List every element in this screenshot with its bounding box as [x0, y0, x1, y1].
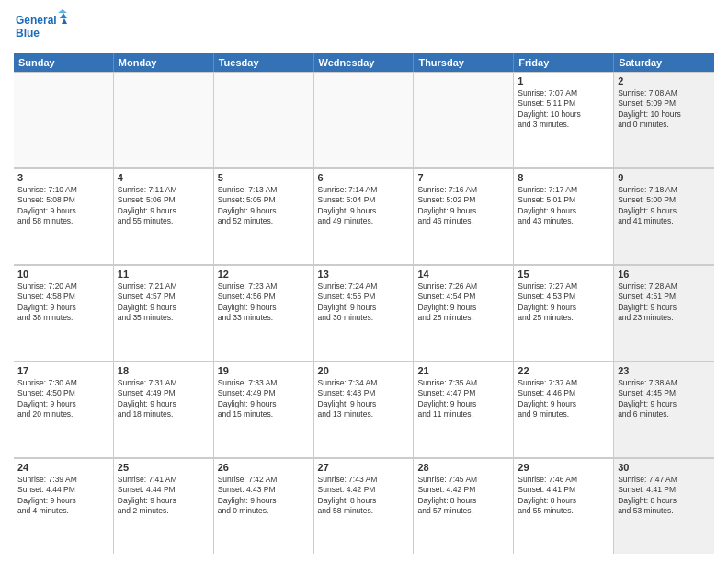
- day-info: Sunrise: 7:16 AMSunset: 5:02 PMDaylight:…: [417, 185, 509, 227]
- day-number: 4: [118, 172, 210, 183]
- day-number: 6: [318, 172, 410, 183]
- day-info: Sunrise: 7:23 AMSunset: 4:56 PMDaylight:…: [218, 282, 310, 324]
- day-number: 9: [618, 172, 711, 183]
- day-29: 29Sunrise: 7:46 AMSunset: 4:41 PMDayligh…: [514, 459, 614, 554]
- day-info: Sunrise: 7:10 AMSunset: 5:08 PMDaylight:…: [17, 185, 109, 227]
- empty-cell-0-0: [14, 73, 114, 167]
- day-number: 25: [118, 462, 210, 473]
- day-30: 30Sunrise: 7:47 AMSunset: 4:41 PMDayligh…: [614, 459, 714, 554]
- day-18: 18Sunrise: 7:31 AMSunset: 4:49 PMDayligh…: [114, 362, 214, 457]
- day-number: 21: [417, 365, 509, 376]
- day-info: Sunrise: 7:21 AMSunset: 4:57 PMDaylight:…: [118, 282, 210, 324]
- logo-svg: General Blue: [14, 9, 69, 46]
- day-24: 24Sunrise: 7:39 AMSunset: 4:44 PMDayligh…: [14, 459, 114, 554]
- logo: General Blue: [14, 9, 69, 46]
- day-number: 5: [218, 172, 310, 183]
- day-info: Sunrise: 7:41 AMSunset: 4:44 PMDaylight:…: [118, 475, 210, 517]
- day-info: Sunrise: 7:11 AMSunset: 5:06 PMDaylight:…: [118, 185, 210, 227]
- day-number: 18: [118, 365, 210, 376]
- day-25: 25Sunrise: 7:41 AMSunset: 4:44 PMDayligh…: [114, 459, 214, 554]
- day-number: 2: [618, 75, 711, 86]
- empty-cell-0-3: [314, 73, 415, 167]
- day-info: Sunrise: 7:46 AMSunset: 4:41 PMDaylight:…: [518, 475, 609, 517]
- day-number: 26: [218, 462, 310, 473]
- header: General Blue: [14, 9, 714, 46]
- day-17: 17Sunrise: 7:30 AMSunset: 4:50 PMDayligh…: [14, 362, 114, 457]
- day-number: 29: [518, 462, 609, 473]
- day-number: 24: [17, 462, 109, 473]
- day-number: 3: [17, 172, 109, 183]
- day-number: 28: [417, 462, 509, 473]
- week-row-2: 3Sunrise: 7:10 AMSunset: 5:08 PMDaylight…: [14, 168, 714, 265]
- day-26: 26Sunrise: 7:42 AMSunset: 4:43 PMDayligh…: [214, 459, 314, 554]
- day-info: Sunrise: 7:45 AMSunset: 4:42 PMDaylight:…: [417, 475, 509, 517]
- day-1: 1Sunrise: 7:07 AMSunset: 5:11 PMDaylight…: [514, 73, 614, 167]
- svg-text:Blue: Blue: [16, 27, 40, 40]
- day-8: 8Sunrise: 7:17 AMSunset: 5:01 PMDaylight…: [514, 169, 614, 264]
- header-wednesday: Wednesday: [314, 53, 415, 72]
- day-number: 14: [417, 269, 509, 280]
- day-15: 15Sunrise: 7:27 AMSunset: 4:53 PMDayligh…: [514, 266, 614, 361]
- day-number: 27: [318, 462, 410, 473]
- day-info: Sunrise: 7:37 AMSunset: 4:46 PMDaylight:…: [518, 378, 609, 420]
- empty-cell-0-1: [114, 73, 214, 167]
- day-info: Sunrise: 7:27 AMSunset: 4:53 PMDaylight:…: [518, 282, 609, 324]
- day-27: 27Sunrise: 7:43 AMSunset: 4:42 PMDayligh…: [314, 459, 415, 554]
- day-number: 10: [17, 269, 109, 280]
- day-number: 23: [618, 365, 711, 376]
- day-number: 1: [518, 75, 609, 86]
- day-21: 21Sunrise: 7:35 AMSunset: 4:47 PMDayligh…: [414, 362, 514, 457]
- calendar: SundayMondayTuesdayWednesdayThursdayFrid…: [14, 53, 714, 554]
- svg-text:General: General: [16, 14, 57, 27]
- calendar-body: 1Sunrise: 7:07 AMSunset: 5:11 PMDaylight…: [14, 72, 714, 554]
- header-thursday: Thursday: [414, 53, 514, 72]
- day-6: 6Sunrise: 7:14 AMSunset: 5:04 PMDaylight…: [314, 169, 415, 264]
- header-sunday: Sunday: [14, 53, 114, 72]
- header-monday: Monday: [114, 53, 214, 72]
- day-28: 28Sunrise: 7:45 AMSunset: 4:42 PMDayligh…: [414, 459, 514, 554]
- empty-cell-0-4: [414, 73, 514, 167]
- week-row-4: 17Sunrise: 7:30 AMSunset: 4:50 PMDayligh…: [14, 362, 714, 458]
- header-tuesday: Tuesday: [214, 53, 314, 72]
- empty-cell-0-2: [214, 73, 314, 167]
- day-info: Sunrise: 7:30 AMSunset: 4:50 PMDaylight:…: [17, 378, 109, 420]
- day-info: Sunrise: 7:20 AMSunset: 4:58 PMDaylight:…: [17, 282, 109, 324]
- day-info: Sunrise: 7:07 AMSunset: 5:11 PMDaylight:…: [518, 88, 609, 131]
- day-19: 19Sunrise: 7:33 AMSunset: 4:49 PMDayligh…: [214, 362, 314, 457]
- day-number: 20: [318, 365, 410, 376]
- day-info: Sunrise: 7:17 AMSunset: 5:01 PMDaylight:…: [518, 185, 609, 227]
- svg-marker-3: [60, 13, 67, 18]
- day-info: Sunrise: 7:24 AMSunset: 4:55 PMDaylight:…: [318, 282, 410, 324]
- day-22: 22Sunrise: 7:37 AMSunset: 4:46 PMDayligh…: [514, 362, 614, 457]
- svg-marker-2: [58, 9, 67, 13]
- day-number: 17: [17, 365, 109, 376]
- day-9: 9Sunrise: 7:18 AMSunset: 5:00 PMDaylight…: [614, 169, 714, 264]
- day-number: 15: [518, 269, 609, 280]
- day-number: 7: [417, 172, 509, 183]
- day-number: 30: [618, 462, 711, 473]
- day-2: 2Sunrise: 7:08 AMSunset: 5:09 PMDaylight…: [614, 73, 714, 167]
- day-info: Sunrise: 7:14 AMSunset: 5:04 PMDaylight:…: [318, 185, 410, 227]
- page: General Blue SundayMondayTuesdayWednesda…: [0, 0, 728, 563]
- day-number: 11: [118, 269, 210, 280]
- week-row-5: 24Sunrise: 7:39 AMSunset: 4:44 PMDayligh…: [14, 458, 714, 554]
- day-number: 22: [518, 365, 609, 376]
- day-number: 19: [218, 365, 310, 376]
- day-12: 12Sunrise: 7:23 AMSunset: 4:56 PMDayligh…: [214, 266, 314, 361]
- day-info: Sunrise: 7:39 AMSunset: 4:44 PMDaylight:…: [17, 475, 109, 517]
- day-info: Sunrise: 7:28 AMSunset: 4:51 PMDaylight:…: [618, 282, 711, 324]
- day-info: Sunrise: 7:13 AMSunset: 5:05 PMDaylight:…: [218, 185, 310, 227]
- day-5: 5Sunrise: 7:13 AMSunset: 5:05 PMDaylight…: [214, 169, 314, 264]
- day-number: 16: [618, 269, 711, 280]
- week-row-1: 1Sunrise: 7:07 AMSunset: 5:11 PMDaylight…: [14, 72, 714, 168]
- day-info: Sunrise: 7:42 AMSunset: 4:43 PMDaylight:…: [218, 475, 310, 517]
- day-10: 10Sunrise: 7:20 AMSunset: 4:58 PMDayligh…: [14, 266, 114, 361]
- day-info: Sunrise: 7:18 AMSunset: 5:00 PMDaylight:…: [618, 185, 711, 227]
- day-info: Sunrise: 7:08 AMSunset: 5:09 PMDaylight:…: [618, 88, 711, 131]
- day-info: Sunrise: 7:35 AMSunset: 4:47 PMDaylight:…: [417, 378, 509, 420]
- day-13: 13Sunrise: 7:24 AMSunset: 4:55 PMDayligh…: [314, 266, 415, 361]
- week-row-3: 10Sunrise: 7:20 AMSunset: 4:58 PMDayligh…: [14, 265, 714, 362]
- day-info: Sunrise: 7:38 AMSunset: 4:45 PMDaylight:…: [618, 378, 711, 420]
- day-number: 13: [318, 269, 410, 280]
- day-3: 3Sunrise: 7:10 AMSunset: 5:08 PMDaylight…: [14, 169, 114, 264]
